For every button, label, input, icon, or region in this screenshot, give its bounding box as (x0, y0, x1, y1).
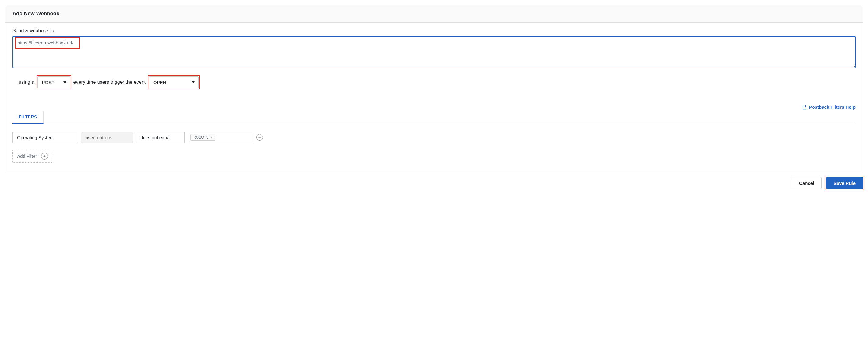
help-link-label: Postback Filters Help (809, 104, 856, 110)
panel-body: Send a webhook to using a POST every tim… (5, 23, 863, 171)
postback-filters-help-link[interactable]: Postback Filters Help (802, 104, 856, 110)
text-every-time: every time users trigger the event (73, 79, 146, 85)
plus-icon (43, 154, 46, 158)
tab-filters[interactable]: FILTERS (12, 111, 43, 124)
cancel-button[interactable]: Cancel (792, 177, 822, 189)
save-rule-button[interactable]: Save Rule (826, 177, 863, 189)
filter-field-key: user_data.os (81, 132, 133, 143)
event-value: OPEN (153, 80, 166, 85)
help-row: Postback Filters Help (12, 104, 856, 110)
text-using-a: using a (19, 79, 34, 85)
filter-value-input[interactable]: ROBOTS × (188, 132, 253, 143)
panel-header: Add New Webhook (5, 5, 863, 23)
filter-field-value: Operating System (17, 135, 54, 140)
filter-tag-label: ROBOTS (193, 135, 209, 139)
method-select-wrap: POST (37, 76, 70, 88)
minus-icon (258, 136, 261, 139)
filter-field-key-value: user_data.os (86, 135, 112, 140)
filters-tabs: FILTERS (12, 111, 856, 124)
caret-down-icon (192, 81, 195, 83)
caret-down-icon (63, 81, 66, 83)
send-webhook-label: Send a webhook to (12, 28, 856, 34)
remove-tag-icon[interactable]: × (211, 136, 213, 139)
remove-filter-button[interactable] (256, 134, 263, 141)
filter-operator-value: does not equal (141, 135, 170, 140)
filter-field-select[interactable]: Operating System (12, 132, 78, 143)
add-filter-button[interactable]: Add Filter (12, 150, 53, 163)
help-file-icon (802, 105, 807, 110)
add-filter-label: Add Filter (17, 154, 37, 159)
sentence-row: using a POST every time users trigger th… (19, 76, 856, 88)
url-input-wrapper (12, 36, 856, 69)
webhook-url-input[interactable] (12, 36, 856, 68)
filter-value-tag: ROBOTS × (190, 134, 215, 141)
filter-row: Operating System user_data.os does not e… (12, 132, 856, 143)
filter-operator-select[interactable]: does not equal (136, 132, 185, 143)
plus-circle-icon (41, 153, 48, 160)
http-method-select[interactable]: POST (37, 76, 70, 88)
event-select-wrap: OPEN (149, 76, 199, 88)
add-webhook-panel: Add New Webhook Send a webhook to using … (5, 5, 863, 171)
http-method-value: POST (42, 80, 55, 85)
save-button-wrap: Save Rule (826, 177, 863, 189)
panel-title: Add New Webhook (12, 11, 856, 17)
event-select[interactable]: OPEN (149, 76, 199, 88)
footer-actions: Cancel Save Rule (5, 177, 863, 189)
